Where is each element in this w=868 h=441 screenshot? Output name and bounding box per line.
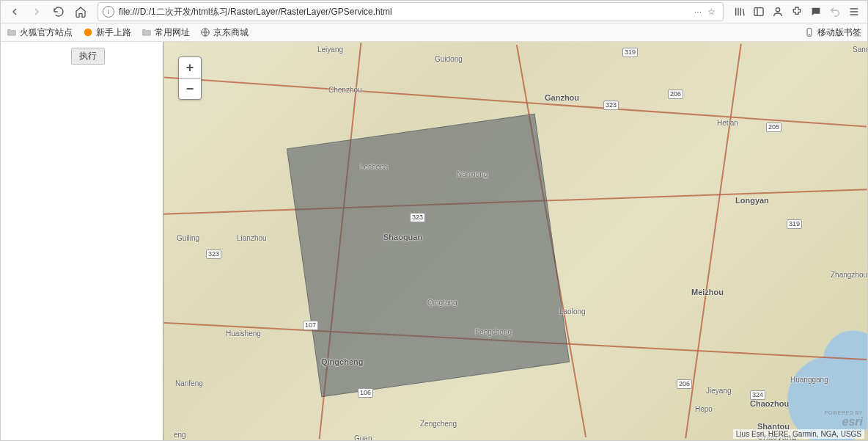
city-label-minor: Fengcheng xyxy=(475,328,512,336)
city-label-minor: Hepo xyxy=(695,405,713,413)
url-text: file:///D:/1二次开发/html练习/RasterLayer/Rast… xyxy=(119,6,690,18)
city-label-major: Meizhou xyxy=(691,288,724,296)
page-content: 执行 + − ShaoguanGanzhouMeizhouQingchengSh… xyxy=(1,42,867,440)
city-label-major: Qingcheng xyxy=(321,357,363,366)
zoom-control: + − xyxy=(178,57,202,100)
svg-point-1 xyxy=(776,8,779,12)
route-shield: 107 xyxy=(303,321,318,330)
city-label-minor: Huaisheng xyxy=(226,329,261,338)
bookmark-label: 火狐官方站点 xyxy=(20,26,73,39)
esri-logo: esri xyxy=(842,415,863,429)
info-icon[interactable]: i xyxy=(103,6,114,18)
bookmark-item[interactable]: 新手上路 xyxy=(83,26,131,39)
city-label-minor: Qingtang xyxy=(427,299,457,307)
url-bar[interactable]: i file:///D:/1二次开发/html练习/RasterLayer/Ra… xyxy=(98,2,724,21)
map-attribution: Lius Esri, HERE, Garmin, NGA, USGS xyxy=(733,429,864,439)
city-label-minor: Lechena xyxy=(360,163,388,171)
forward-button[interactable] xyxy=(27,2,46,21)
city-label-minor: Laolong xyxy=(559,307,586,316)
svg-rect-0 xyxy=(754,8,763,16)
bookmark-item[interactable]: 京东商城 xyxy=(200,26,249,39)
reload-button[interactable] xyxy=(49,2,68,21)
bookmark-label: 新手上路 xyxy=(96,26,131,39)
route-shield: 206 xyxy=(677,379,692,389)
route-shield: 319 xyxy=(622,48,638,57)
account-icon[interactable] xyxy=(772,6,784,18)
browser-window: i file:///D:/1二次开发/html练习/RasterLayer/Ra… xyxy=(0,0,868,441)
bookmark-label: 移动版书签 xyxy=(817,26,861,39)
zoom-out-button[interactable]: − xyxy=(179,79,201,99)
route-shield: 324 xyxy=(750,390,765,400)
raster-overlay xyxy=(287,114,570,397)
city-label-major: Longyan xyxy=(735,196,769,205)
city-label-minor: Leiyang xyxy=(317,45,343,54)
route-shield: 323 xyxy=(410,213,425,222)
city-label-minor: Hetian xyxy=(717,119,738,127)
route-shield: 323 xyxy=(603,101,619,110)
map-view[interactable]: + − ShaoguanGanzhouMeizhouQingchengShant… xyxy=(163,42,867,440)
city-label-minor: eng xyxy=(174,431,186,439)
bookmark-star-icon[interactable]: ☆ xyxy=(707,7,716,17)
city-label-minor: Guan xyxy=(354,434,372,440)
city-label-minor: Nanfeng xyxy=(175,379,203,387)
run-button[interactable]: 执行 xyxy=(71,48,105,65)
city-label-minor: Lianzhou xyxy=(237,234,267,242)
globe-icon xyxy=(200,27,210,37)
city-label-major: Chaozhou xyxy=(750,399,789,408)
menu-icon[interactable] xyxy=(848,6,860,18)
chat-icon[interactable] xyxy=(810,6,822,18)
mobile-icon xyxy=(804,27,814,37)
bookmark-item[interactable]: 火狐官方站点 xyxy=(7,26,73,39)
city-label-minor: Guiling xyxy=(177,234,199,242)
folder-icon xyxy=(7,27,17,37)
esri-powered-label: POWERED BY xyxy=(825,410,863,415)
home-button[interactable] xyxy=(71,2,90,21)
browser-toolbar: i file:///D:/1二次开发/html练习/RasterLayer/Ra… xyxy=(1,1,867,23)
city-label-minor: Huanggang xyxy=(790,376,828,384)
bookmark-item[interactable]: 常用网址 xyxy=(141,26,190,39)
city-label-major: Ganzhou xyxy=(545,93,579,102)
bookmark-label: 京东商城 xyxy=(213,26,249,39)
undo-icon[interactable] xyxy=(829,6,841,18)
city-label-minor: Chenzhou xyxy=(328,86,362,94)
city-label-minor: Sanm xyxy=(853,45,867,54)
city-label-minor: Zengcheng xyxy=(420,420,457,428)
bookmarks-bar: 火狐官方站点 新手上路 常用网址 京东商城 移动版书签 xyxy=(1,23,867,42)
svg-point-5 xyxy=(809,34,809,35)
left-panel: 执行 xyxy=(1,42,163,440)
sidebar-icon[interactable] xyxy=(753,6,765,18)
route-shield: 323 xyxy=(206,249,221,259)
bookmark-label: 常用网址 xyxy=(155,26,190,39)
extension-icon[interactable] xyxy=(791,6,803,18)
route-shield: 319 xyxy=(787,219,802,229)
city-label-minor: Nanxiong xyxy=(457,170,488,178)
city-label-minor: Zhangzhou xyxy=(831,271,867,279)
firefox-icon xyxy=(83,27,93,37)
zoom-in-button[interactable]: + xyxy=(179,57,201,79)
folder-icon xyxy=(141,27,152,37)
city-label-major: Shaoguan xyxy=(383,233,422,241)
route-shield: 106 xyxy=(358,388,373,398)
city-label-minor: Jieyang xyxy=(706,387,731,395)
mobile-bookmarks[interactable]: 移动版书签 xyxy=(804,26,861,39)
svg-point-2 xyxy=(84,29,92,37)
library-icon[interactable] xyxy=(734,6,746,18)
city-label-minor: Guidong xyxy=(435,55,463,63)
route-shield: 206 xyxy=(668,90,683,99)
route-shield: 205 xyxy=(766,123,781,132)
back-button[interactable] xyxy=(5,2,24,21)
more-icon[interactable]: ··· xyxy=(694,7,702,17)
